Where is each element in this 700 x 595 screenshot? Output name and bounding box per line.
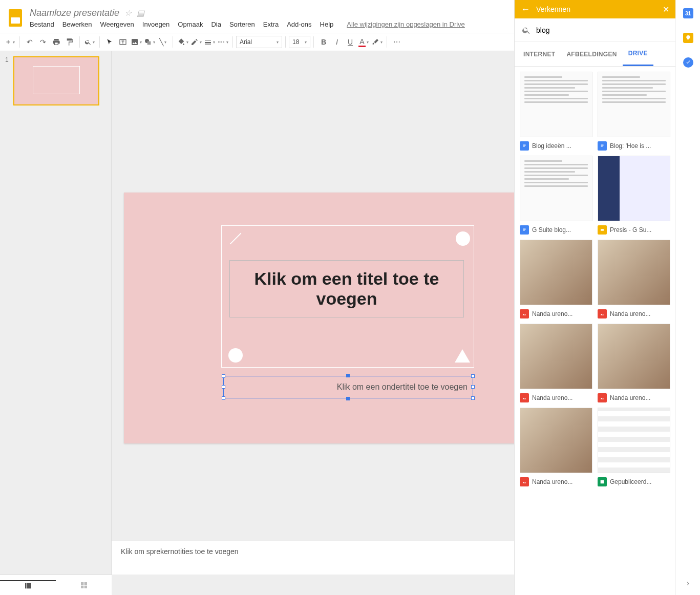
zoom-button[interactable] [83,35,96,49]
shape-tool[interactable] [143,35,156,49]
side-rail: 31 › [675,0,700,595]
selection-handle[interactable] [222,374,225,378]
filmstrip[interactable]: 1 [0,51,112,595]
line-tool[interactable]: ╲ [156,35,169,49]
border-color-button[interactable] [189,35,203,49]
fill-color-button[interactable] [176,35,189,49]
drive-result-item[interactable]: Presis - G Su... [598,156,670,235]
explore-results[interactable]: Blog ideeën ...Blog: 'Hoe is ...G Suite … [515,67,675,595]
menu-insert[interactable]: Invoegen [142,20,170,28]
img-filetype-icon [520,393,529,402]
menu-view[interactable]: Weergeven [100,20,134,28]
result-name: Blog ideeën ... [532,142,571,150]
highlight-button[interactable] [370,35,384,49]
selection-handle[interactable] [222,385,225,389]
menu-arrange[interactable]: Sorteren [229,20,255,28]
filmstrip-icon [24,582,32,590]
app-logo[interactable] [5,8,26,28]
selection-handle[interactable] [222,396,225,400]
menu-slide[interactable]: Dia [211,20,221,28]
result-name: Gepubliceerd... [610,478,651,485]
selection-handle[interactable] [471,396,475,400]
underline-button[interactable]: U [344,35,357,49]
menu-tools[interactable]: Extra [263,20,279,28]
redo-button[interactable]: ↷ [36,35,50,49]
expand-rail-icon[interactable]: › [687,579,689,588]
result-thumbnail [520,72,592,137]
grid-view-button[interactable] [56,581,112,589]
shape-icon [144,38,152,46]
text-color-button[interactable]: A [357,35,370,49]
more-button[interactable]: ⋯ [390,35,404,49]
selection-handle[interactable] [346,397,350,400]
calendar-icon[interactable]: 31 [683,8,693,18]
border-weight-button[interactable] [203,35,216,49]
textbox-icon [119,38,127,46]
bold-button[interactable]: B [317,35,330,49]
border-dash-button[interactable] [216,35,229,49]
move-folder-icon[interactable]: ▤ [137,8,144,18]
img-filetype-icon [520,477,529,486]
drive-result-item[interactable]: Nanda ureno... [520,240,592,318]
keep-icon[interactable] [683,33,693,43]
paint-format-button[interactable] [63,35,76,49]
star-icon[interactable]: ☆ [124,8,132,18]
doc-title[interactable]: Naamloze presentatie [30,8,119,18]
doc-filetype-icon [520,225,529,235]
selection-handle[interactable] [471,374,475,378]
theme-decoration-circle [228,348,243,363]
svg-rect-7 [81,585,83,588]
drive-result-item[interactable]: G Suite blog... [520,156,592,235]
slide-thumbnail[interactable] [13,56,99,105]
tasks-icon[interactable] [683,57,693,68]
tab-internet[interactable]: INTERNET [518,42,561,66]
italic-button[interactable]: I [330,35,344,49]
drive-result-item[interactable]: Gepubliceerd... [598,408,670,486]
menu-file[interactable]: Bestand [30,20,54,28]
tab-images[interactable]: AFBEELDINGEN [561,42,622,66]
textbox-tool[interactable] [116,35,130,49]
print-button[interactable] [50,35,63,49]
paint-roller-icon [66,38,74,46]
subtitle-placeholder[interactable]: Klik om een ondertitel toe te voegen [223,376,473,398]
select-tool[interactable] [103,35,116,49]
title-placeholder[interactable]: Klik om een titel toe te voegen [229,260,464,317]
image-tool[interactable] [130,35,143,49]
speaker-notes[interactable]: Klik om sprekernotities toe te voegen [112,541,539,575]
close-icon[interactable]: ✕ [663,5,669,14]
menu-bar: Bestand Bewerken Weergeven Invoegen Opma… [30,20,516,28]
print-icon [52,38,60,46]
explore-back-icon[interactable]: ← [521,4,530,15]
selection-handle[interactable] [471,385,475,389]
explore-title: Verkennen [536,5,570,13]
slide-number: 1 [5,56,10,105]
tab-drive[interactable]: DRIVE [623,42,653,66]
font-selector[interactable]: Arial▾ [236,36,282,48]
theme-decoration-line [228,231,243,246]
filmstrip-view-button[interactable] [0,580,56,590]
drive-result-item[interactable]: Nanda ureno... [598,240,670,318]
drive-result-item[interactable]: Nanda ureno... [598,324,670,402]
result-thumbnail [598,324,670,389]
menu-help[interactable]: Help [320,20,334,28]
undo-button[interactable]: ↶ [23,35,36,49]
drive-result-item[interactable]: Nanda ureno... [520,324,592,402]
drive-result-item[interactable]: Nanda ureno... [520,408,592,486]
slide-canvas[interactable]: Klik om een titel toe te voegen Klik om … [124,193,572,443]
save-status[interactable]: Alle wijzigingen zijn opgeslagen in Driv… [347,20,465,28]
font-size-selector[interactable]: 18▾ [289,36,310,48]
filmstrip-view-switch [0,575,112,595]
grid-icon [80,581,88,589]
menu-format[interactable]: Opmaak [178,20,203,28]
zoom-icon [84,38,92,46]
explore-search-input[interactable] [536,26,668,34]
selection-handle[interactable] [346,374,350,377]
drive-result-item[interactable]: Blog: 'Hoe is ... [598,72,670,151]
menu-edit[interactable]: Bewerken [62,20,92,28]
img-filetype-icon [520,309,529,318]
drive-result-item[interactable]: Blog ideeën ... [520,72,592,151]
result-name: Nanda ureno... [532,394,572,401]
new-slide-button[interactable]: ＋ [3,35,16,49]
result-name: Nanda ureno... [532,478,572,485]
menu-addons[interactable]: Add-ons [287,20,311,28]
